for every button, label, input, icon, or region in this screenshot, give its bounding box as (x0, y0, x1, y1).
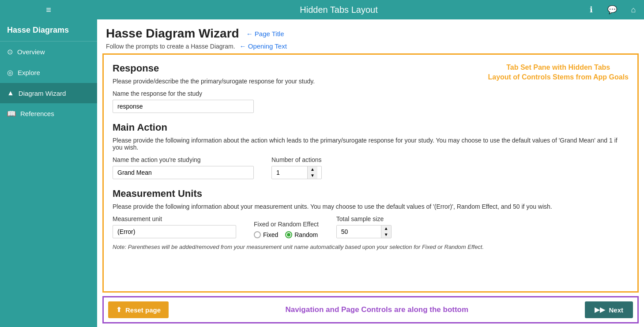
nav-annotation: Navigation and Page Controls are along t… (169, 305, 585, 314)
effect-group: Fixed or Random Effect Fixed Random (254, 221, 319, 238)
sidebar-item-overview[interactable]: ⊙ Overview (0, 41, 97, 62)
random-option[interactable]: Random (285, 231, 318, 238)
main-action-fields: Name the action you're studying Number o… (113, 156, 629, 179)
number-actions-input[interactable] (272, 166, 307, 179)
main-layout: Hasse Diagrams ⊙ Overview ◎ Explore ▲ Di… (0, 19, 644, 327)
effect-options: Fixed Random (254, 231, 319, 238)
measurement-fields: Measurement unit Fixed or Random Effect … (113, 215, 629, 238)
reset-icon: ⬆ (116, 306, 122, 314)
sample-spinner-up-btn[interactable]: ▲ (381, 226, 391, 232)
fixed-radio-circle (254, 231, 261, 238)
tab-annotation: Tab Set Pane with Hidden Tabs Layout of … (488, 63, 629, 83)
orange-panel: Tab Set Pane with Hidden Tabs Layout of … (102, 53, 639, 293)
unit-name-group: Measurement unit (113, 215, 236, 238)
number-actions-label: Number of actions (271, 156, 322, 163)
menu-button[interactable]: ≡ (0, 5, 97, 15)
note-text: Note: Parentheses will be added/removed … (113, 244, 629, 250)
sidebar-item-label: Overview (17, 48, 45, 56)
page-header: Hasse Diagram Wizard ← Page Title Follow… (97, 19, 644, 53)
top-bar-icons: ℹ 💬 ⌂ (580, 0, 644, 19)
sidebar-item-diagram-wizard[interactable]: ▲ Diagram Wizard (0, 83, 97, 103)
fixed-option[interactable]: Fixed (254, 231, 278, 238)
measurement-desc: Please provide the following information… (113, 203, 629, 210)
sample-size-spinner: ▲ ▼ (381, 226, 391, 238)
main-action-title: Main Action (113, 122, 629, 133)
sidebar-item-label: References (20, 110, 54, 117)
unit-name-input[interactable] (113, 225, 236, 238)
menu-icon: ≡ (46, 5, 51, 15)
reset-label: Reset page (125, 306, 161, 314)
sample-spinner-down-btn[interactable]: ▼ (381, 232, 391, 238)
action-name-group: Name the action you're studying (113, 156, 254, 179)
next-arrows-icon: ▶▶ (595, 306, 605, 314)
number-actions-wrapper: ▲ ▼ (271, 166, 322, 179)
page-title-link[interactable]: ← Page Title (246, 30, 284, 38)
explore-icon: ◎ (7, 68, 13, 77)
effect-label: Fixed or Random Effect (254, 221, 319, 228)
measurement-title: Measurement Units (113, 188, 629, 199)
sample-size-input[interactable] (337, 226, 381, 238)
number-actions-group: Number of actions ▲ ▼ (271, 156, 322, 179)
action-name-label: Name the action you're studying (113, 156, 254, 163)
sidebar-item-label: Diagram Wizard (19, 90, 66, 97)
response-field-label: Name the response for the study (113, 90, 629, 97)
main-action-desc: Please provide the following information… (113, 137, 629, 151)
measurement-section: Measurement Units Please provide the fol… (113, 188, 629, 250)
next-label: Next (609, 306, 623, 314)
random-label: Random (294, 231, 318, 238)
references-icon: 📖 (7, 109, 16, 118)
next-button[interactable]: ▶▶ Next (585, 301, 633, 318)
response-input[interactable] (113, 100, 254, 113)
app-title: Hasse Diagrams (0, 19, 97, 41)
tab-annotation-line2: Layout of Controls Stems from App Goals (488, 72, 629, 82)
page-main-title: Hasse Diagram Wizard (106, 26, 239, 41)
opening-text-link[interactable]: ← Opening Text (240, 42, 287, 50)
action-name-input[interactable] (113, 166, 254, 179)
overview-icon: ⊙ (7, 48, 13, 56)
unit-name-label: Measurement unit (113, 215, 236, 222)
info-icon[interactable]: ℹ (580, 0, 602, 19)
main-action-section: Main Action Please provide the following… (113, 122, 629, 179)
chat-icon[interactable]: 💬 (602, 0, 623, 19)
sample-size-wrapper: ▲ ▼ (336, 225, 392, 238)
spinner-down-btn[interactable]: ▼ (308, 173, 317, 179)
diagram-wizard-icon: ▲ (7, 89, 14, 97)
sidebar-item-references[interactable]: 📖 References (0, 103, 97, 124)
bottom-bar: ⬆ Reset page Navigation and Page Control… (102, 296, 639, 323)
home-icon[interactable]: ⌂ (623, 0, 644, 19)
number-actions-spinner: ▲ ▼ (307, 166, 317, 179)
content-area: Hasse Diagram Wizard ← Page Title Follow… (97, 19, 644, 327)
sample-size-group: Total sample size ▲ ▼ (336, 215, 392, 238)
sidebar-item-label: Explore (18, 69, 40, 76)
top-bar: ≡ Hidden Tabs Layout ℹ 💬 ⌂ (0, 0, 644, 19)
tab-annotation-line1: Tab Set Pane with Hidden Tabs (488, 63, 629, 72)
page-subtitle: Follow the prompts to create a Hasse Dia… (106, 43, 235, 50)
random-radio-inner (287, 233, 290, 237)
random-radio-circle (285, 231, 292, 238)
fixed-label: Fixed (263, 231, 278, 238)
spinner-up-btn[interactable]: ▲ (308, 166, 317, 173)
sidebar: Hasse Diagrams ⊙ Overview ◎ Explore ▲ Di… (0, 19, 97, 327)
top-bar-title: Hidden Tabs Layout (97, 5, 580, 15)
sidebar-item-explore[interactable]: ◎ Explore (0, 62, 97, 83)
reset-button[interactable]: ⬆ Reset page (108, 301, 169, 318)
sample-size-label: Total sample size (336, 215, 392, 222)
